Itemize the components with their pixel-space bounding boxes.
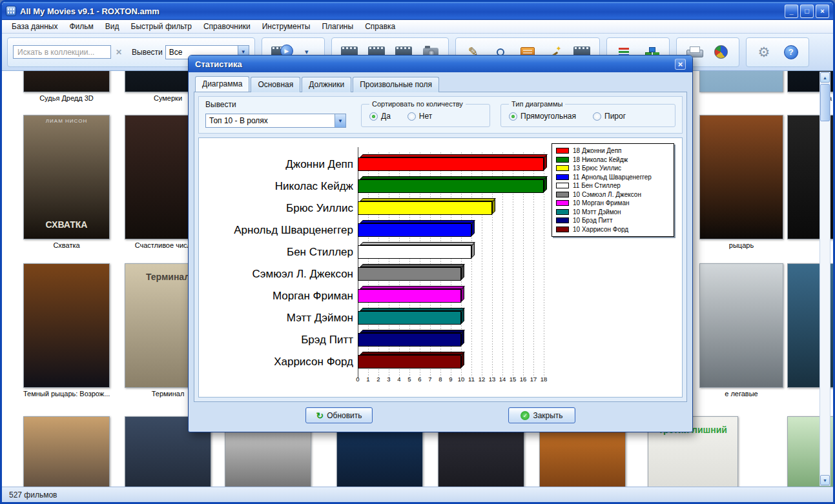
tick-label: 9	[449, 376, 452, 383]
bar-row: Харрисон Форд	[199, 351, 682, 373]
menu-bar: База данныхФильмВидБыстрый фильтрСправоч…	[2, 20, 833, 34]
menu-item-4[interactable]: Справочники	[198, 21, 256, 32]
legend-item: 18 Джонни Депп	[556, 146, 670, 156]
radio-label: Да	[381, 112, 391, 121]
dialog-close-button[interactable]: ×	[675, 59, 686, 70]
statistics-button[interactable]	[709, 39, 734, 65]
refresh-button[interactable]: ↻ Обновить	[305, 407, 373, 423]
legend-swatch	[556, 174, 569, 180]
output-select[interactable]: Топ 10 - В ролях ▼	[205, 114, 346, 128]
tab-0[interactable]: Диаграмма	[195, 76, 249, 92]
scroll-up-icon[interactable]: ▲	[820, 72, 830, 83]
tick-label: 1	[366, 376, 369, 383]
tick-label: 17	[530, 376, 537, 383]
sort-options: ДаНет	[369, 110, 482, 121]
menu-item-5[interactable]: Инструменты	[256, 21, 316, 32]
bar-area	[358, 197, 552, 219]
bar-area	[358, 329, 552, 351]
bar-label: Морган Фриман	[199, 290, 358, 303]
menu-item-2[interactable]: Вид	[99, 21, 125, 32]
vertical-scrollbar[interactable]: ▲ ▼	[820, 72, 830, 486]
legend-item: 11 Бен Стиллер	[556, 181, 670, 190]
minimize-button[interactable]: _	[785, 5, 798, 18]
radio-dot-icon	[593, 112, 601, 121]
chart-type-fieldset: Тип диаграммы ПрямоугольнаяПирог	[500, 100, 675, 127]
menu-item-7[interactable]: Справка	[359, 21, 401, 32]
radio-option[interactable]: Пирог	[593, 112, 626, 121]
legend-text: 10 Сэмюэл Л. Джексон	[573, 191, 641, 198]
tick-label: 7	[428, 376, 431, 383]
legend-text: 18 Николас Кейдж	[573, 156, 628, 163]
help-button[interactable]: ?	[779, 39, 803, 65]
bar-area	[358, 263, 552, 285]
legend-text: 11 Бен Стиллер	[573, 182, 621, 189]
tab-3[interactable]: Произвольные поля	[353, 77, 439, 92]
legend-item: 10 Мэтт Дэймон	[556, 208, 670, 217]
tick-label: 6	[418, 376, 421, 383]
bar	[358, 223, 471, 237]
radio-option[interactable]: Нет	[407, 112, 432, 121]
scroll-down-icon[interactable]: ▼	[820, 475, 830, 485]
legend-item: 18 Николас Кейдж	[556, 156, 670, 165]
bar	[358, 157, 544, 171]
bar-row: Бен Стиллер	[199, 241, 682, 263]
search-input[interactable]	[13, 45, 111, 59]
radio-label: Нет	[419, 112, 432, 121]
legend-text: 13 Брюс Уиллис	[573, 165, 621, 172]
bar-row: Морган Фриман	[199, 285, 682, 307]
chart-type-label: Тип диаграммы	[509, 100, 565, 108]
poster-caption: Судья Дредд 3D	[23, 94, 110, 102]
bar	[358, 245, 471, 259]
help-icon: ?	[781, 44, 801, 61]
menu-item-1[interactable]: Фильм	[63, 21, 99, 32]
output-label: Вывести	[205, 100, 351, 109]
bar-label: Мэтт Дэймон	[199, 312, 358, 325]
menu-item-6[interactable]: Плагины	[316, 21, 359, 32]
sort-fieldset: Сортировать по количеству ДаНет	[361, 100, 490, 127]
status-bar: 527 фильмов	[2, 487, 833, 502]
gear-icon: ⚙	[754, 44, 774, 61]
bar-area	[358, 219, 552, 241]
maximize-button[interactable]: □	[800, 5, 814, 18]
close-dialog-button[interactable]: ✓ Закрыть	[508, 407, 575, 423]
tick-label: 14	[499, 376, 506, 383]
settings-button[interactable]: ⚙	[752, 39, 776, 65]
scrollbar-thumb[interactable]	[820, 84, 830, 121]
legend-item: 11 Арнольд Шварценеггер	[556, 173, 670, 182]
poster-top-text: ЛИАМ НИСОН	[24, 118, 109, 124]
poster	[699, 115, 783, 239]
clear-search-icon[interactable]: ✕	[114, 48, 124, 57]
poster	[23, 263, 110, 388]
window-titlebar[interactable]: All My Movies v9.1 - ROXTON.amm _ □ ×	[2, 2, 833, 20]
chevron-down-icon: ▼	[335, 114, 345, 127]
poster-title-text: СХВАТКА	[24, 219, 109, 230]
poster	[699, 71, 783, 92]
poster	[23, 416, 110, 487]
refresh-label: Обновить	[327, 411, 362, 420]
close-button[interactable]: ×	[816, 5, 829, 18]
menu-item-3[interactable]: Быстрый фильтр	[125, 21, 198, 32]
tick-label: 13	[489, 376, 496, 383]
tab-1[interactable]: Основная	[251, 77, 300, 92]
radio-option[interactable]: Прямоугольная	[509, 112, 576, 121]
radio-dot-icon	[509, 112, 517, 121]
tick-label: 10	[458, 376, 465, 383]
menu-item-0[interactable]: База данных	[6, 21, 63, 32]
legend-item: 10 Морган Фриман	[556, 199, 670, 208]
x-axis-ticks: 0123456789101112131415161718	[358, 376, 552, 385]
dialog-title: Статистика	[195, 59, 242, 69]
tick-label: 5	[407, 376, 411, 383]
legend-text: 10 Брэд Питт	[573, 217, 612, 224]
dialog-titlebar[interactable]: Статистика ×	[189, 55, 692, 72]
bar	[358, 201, 492, 215]
bar	[358, 355, 461, 368]
bar-row: Мэтт Дэймон	[199, 307, 682, 329]
bar-chart: Джонни ДеппНиколас КейджБрюс УиллисАрнол…	[198, 137, 683, 398]
tab-2[interactable]: Должники	[302, 77, 351, 92]
bar-label: Брэд Питт	[199, 334, 358, 347]
legend-swatch	[556, 183, 569, 188]
legend-text: 10 Харрисон Форд	[573, 226, 628, 233]
bar-area	[358, 285, 552, 307]
bar-label: Арнольд Шварценеггер	[199, 224, 358, 237]
radio-option[interactable]: Да	[369, 112, 391, 121]
